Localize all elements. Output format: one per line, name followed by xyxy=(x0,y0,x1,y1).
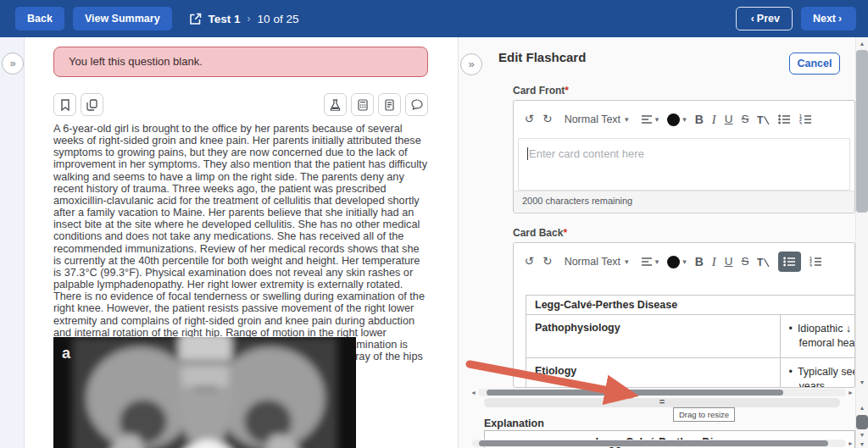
prev-label: Prev xyxy=(757,13,780,25)
redo-button[interactable]: ↻ xyxy=(542,256,552,268)
next-question-button[interactable]: Next› xyxy=(801,7,856,30)
scrollbar-thumb[interactable] xyxy=(856,415,868,429)
italic-button[interactable]: I xyxy=(712,113,716,126)
table-definition-cell: •Typically seen in children ag years xyxy=(780,358,855,389)
clear-format-icon: T xyxy=(757,114,770,125)
clear-format-button[interactable]: T xyxy=(757,114,770,125)
card-back-label: Card Back* xyxy=(513,227,567,239)
question-panel: You left this question blank. xyxy=(53,37,428,448)
numbered-list-button[interactable]: 123 xyxy=(810,257,822,267)
scroll-up-icon[interactable]: ▲ xyxy=(856,41,868,47)
required-asterisk: * xyxy=(565,85,569,97)
copy-button[interactable] xyxy=(81,93,103,116)
lab-values-button[interactable] xyxy=(324,93,347,116)
card-front-input[interactable]: Enter card content here xyxy=(518,138,850,191)
bookmark-button[interactable] xyxy=(53,93,76,116)
calculator-button[interactable] xyxy=(351,93,374,116)
undo-button[interactable]: ↺ xyxy=(525,113,534,125)
explanation-horizontal-scrollbar[interactable]: ► xyxy=(470,440,854,447)
expand-flashcard-panel-button[interactable]: » xyxy=(460,53,482,75)
table-title-row: Legg-Calvé-Perthes Disease xyxy=(526,296,856,315)
card-back-editor: ↺ ↻ Normal Text ▾ ▾ ▾ B I U S xyxy=(513,242,855,388)
test-name[interactable]: Test 1 xyxy=(209,13,241,25)
next-label: Next xyxy=(813,13,836,25)
bullet-list-icon xyxy=(783,257,796,267)
bold-button[interactable]: B xyxy=(695,256,704,268)
redo-button[interactable]: ↻ xyxy=(542,113,552,125)
scrollbar-thumb[interactable] xyxy=(487,390,783,395)
view-summary-button[interactable]: View Summary xyxy=(73,7,172,30)
hip-xray-image: a xyxy=(53,337,356,448)
expand-question-panel-button[interactable]: » xyxy=(2,53,24,75)
table-title: Legg-Calvé-Perthes Disease xyxy=(526,296,856,315)
calculator-icon xyxy=(358,99,368,111)
scrollbar-track[interactable] xyxy=(478,389,846,396)
scroll-right-icon[interactable]: ► xyxy=(848,389,854,396)
question-toolbar xyxy=(53,93,428,116)
chevron-down-icon: ▾ xyxy=(655,116,659,124)
scroll-right-icon[interactable]: ► xyxy=(848,440,854,447)
notes-button[interactable] xyxy=(378,93,401,116)
text-style-dropdown[interactable]: Normal Text ▾ xyxy=(565,113,629,125)
scroll-down-icon[interactable]: ▼ xyxy=(856,432,868,438)
card-back-horizontal-scrollbar[interactable]: ◄ ► xyxy=(470,389,854,396)
table-term-cell: Pathophysiology xyxy=(526,315,781,358)
chevron-right-icon: › xyxy=(838,13,842,25)
chat-bubble-icon xyxy=(411,99,423,110)
test-launch-icon xyxy=(189,13,202,25)
card-back-input[interactable]: Legg-Calvé-Perthes Disease Pathophysiolo… xyxy=(514,295,854,388)
bullet-list-button[interactable] xyxy=(778,114,791,124)
bookmark-icon xyxy=(60,99,70,111)
scroll-down-icon[interactable]: ▼ xyxy=(856,441,868,447)
text-style-value: Normal Text xyxy=(565,113,620,125)
strikethrough-button[interactable]: S xyxy=(741,256,748,268)
svg-text:T: T xyxy=(757,114,764,125)
scroll-down-icon[interactable]: ▼ xyxy=(856,379,868,385)
scrollbar-thumb[interactable] xyxy=(479,440,828,446)
text-color-dropdown[interactable]: ▾ xyxy=(667,113,687,126)
numbered-list-button[interactable]: 123 xyxy=(799,114,812,124)
chevron-down-icon: ▾ xyxy=(682,258,687,266)
italic-button[interactable]: I xyxy=(712,256,716,268)
bold-button[interactable]: B xyxy=(695,113,704,125)
numbered-list-icon: 123 xyxy=(799,114,812,124)
align-dropdown[interactable]: ▾ xyxy=(641,257,659,267)
feedback-button[interactable] xyxy=(405,93,428,116)
left-collapse-rail xyxy=(0,37,25,448)
back-button[interactable]: Back xyxy=(15,7,64,30)
svg-text:3: 3 xyxy=(810,263,812,267)
color-swatch-icon xyxy=(667,113,680,126)
text-style-dropdown[interactable]: Normal Text ▾ xyxy=(565,256,629,268)
scrollbar-track[interactable] xyxy=(472,440,846,447)
strikethrough-button[interactable]: S xyxy=(741,113,748,125)
panel-vertical-scrollbar[interactable]: ▲ ▼ ▲ ▼ ▼ xyxy=(855,37,868,448)
bullet-text-continued: years xyxy=(799,379,856,388)
panel-title: Edit Flashcard xyxy=(498,50,586,64)
clear-format-button[interactable]: T xyxy=(757,257,770,268)
top-navigation-bar: Back View Summary Test 1 › 10 of 25 ‹Pre… xyxy=(0,0,868,37)
underline-button[interactable]: U xyxy=(725,256,733,268)
flask-icon xyxy=(330,99,341,111)
copy-icon xyxy=(86,99,97,111)
card-front-toolbar: ↺ ↻ Normal Text ▾ ▾ ▾ B I U S xyxy=(514,101,854,138)
align-left-icon xyxy=(641,114,653,124)
text-color-dropdown[interactable]: ▾ xyxy=(667,256,687,268)
bullet-list-button[interactable] xyxy=(778,252,801,272)
scroll-up-icon[interactable]: ▲ xyxy=(856,405,868,411)
chevron-down-icon: ▾ xyxy=(625,115,629,124)
undo-button[interactable]: ↺ xyxy=(525,256,534,268)
xray-panel-label: a xyxy=(62,345,71,362)
panel-resize-handle[interactable]: = xyxy=(484,398,840,407)
scroll-left-icon[interactable]: ◄ xyxy=(470,389,476,396)
align-dropdown[interactable]: ▾ xyxy=(641,114,659,124)
card-front-placeholder: Enter card content here xyxy=(529,147,644,160)
cancel-button[interactable]: Cancel xyxy=(789,53,840,75)
prev-question-button[interactable]: ‹Prev xyxy=(736,7,793,30)
table-row: Etiology •Typically seen in children ag … xyxy=(526,358,856,389)
scrollbar-thumb[interactable] xyxy=(856,50,868,213)
edit-flashcard-panel: Edit Flashcard Cancel Card Front* ↺ ↻ No… xyxy=(458,37,868,448)
table-row: Pathophysiology •Idiopathic ↓ in blood s… xyxy=(526,315,856,358)
chevron-down-icon: ▾ xyxy=(682,116,687,124)
table-definition-cell: •Idiopathic ↓ in blood supply t femoral … xyxy=(780,315,855,358)
underline-button[interactable]: U xyxy=(725,113,733,125)
